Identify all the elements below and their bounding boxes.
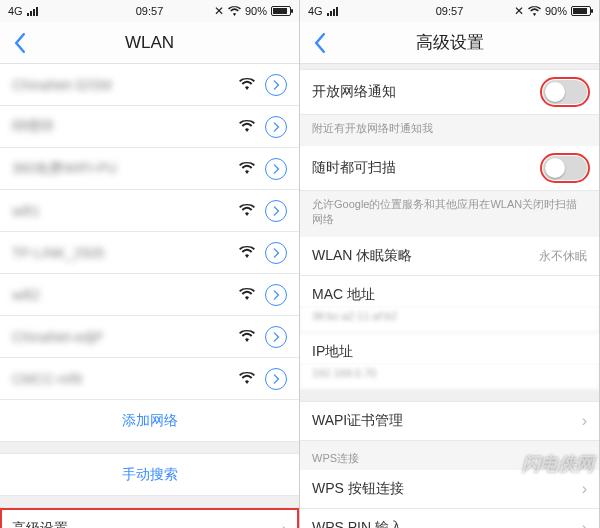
- wifi-signal-icon: [239, 202, 255, 220]
- chevron-left-icon: [13, 33, 27, 53]
- network-name: 360免费WIFI-PU: [12, 160, 239, 178]
- battery-icon: [571, 6, 591, 16]
- network-details-button[interactable]: [265, 116, 287, 138]
- wifi-signal-icon: [239, 76, 255, 94]
- row-label: MAC 地址: [312, 286, 587, 304]
- network-details-button[interactable]: [265, 200, 287, 222]
- page-title: WLAN: [0, 33, 299, 53]
- open-network-notify-row[interactable]: 开放网络通知: [300, 70, 599, 115]
- wlan-network-row[interactable]: wifi1: [0, 190, 299, 232]
- wps-button-row[interactable]: WPS 按钮连接 ›: [300, 470, 599, 509]
- row-label: 添加网络: [122, 412, 178, 430]
- network-details-button[interactable]: [265, 284, 287, 306]
- chevron-right-icon: ›: [582, 519, 587, 528]
- mac-address-value: 38:bc:a2:11:af:b2: [300, 306, 599, 333]
- chevron-right-icon: ›: [582, 480, 587, 498]
- nav-bar: 高级设置: [300, 22, 599, 64]
- status-bar: 4G 09:57 ✕ 90%: [0, 0, 299, 22]
- phone-wlan-list: 4G 09:57 ✕ 90% WLAN ChinaNet-32SM哔哩哔360免…: [0, 0, 300, 528]
- network-name: TP-LINK_2505: [12, 245, 239, 261]
- back-button[interactable]: [300, 22, 340, 64]
- signal-bars-icon: [27, 6, 38, 16]
- page-title: 高级设置: [300, 31, 599, 54]
- wlan-network-row[interactable]: CMCC-mf9: [0, 358, 299, 400]
- signal-bars-icon: [327, 6, 338, 16]
- wlan-network-row[interactable]: 哔哩哔: [0, 106, 299, 148]
- open-network-notify-toggle[interactable]: [543, 80, 587, 104]
- row-label: 开放网络通知: [312, 83, 543, 101]
- nav-bar: WLAN: [0, 22, 299, 64]
- row-label: 手动搜索: [122, 466, 178, 484]
- ip-address-row: IP地址: [300, 333, 599, 363]
- network-details-button[interactable]: [265, 368, 287, 390]
- manual-search-button[interactable]: 手动搜索: [0, 454, 299, 496]
- network-details-button[interactable]: [265, 158, 287, 180]
- wlan-network-row[interactable]: 360免费WIFI-PU: [0, 148, 299, 190]
- status-bar: 4G 09:57 ✕ 90%: [300, 0, 599, 22]
- mac-address-row: MAC 地址: [300, 276, 599, 306]
- row-label: WPS PIN 输入: [312, 519, 576, 528]
- chevron-right-icon: ›: [582, 412, 587, 430]
- scan-always-toggle[interactable]: [543, 156, 587, 180]
- wps-pin-row[interactable]: WPS PIN 输入 ›: [300, 509, 599, 528]
- ip-address-value: 192.168.0.70: [300, 363, 599, 390]
- wapi-cert-row[interactable]: WAPI证书管理 ›: [300, 402, 599, 441]
- wifi-icon: [228, 6, 241, 16]
- wifi-signal-icon: [239, 328, 255, 346]
- wifi-signal-icon: [239, 244, 255, 262]
- wifi-signal-icon: [239, 370, 255, 388]
- network-name: CMCC-mf9: [12, 371, 239, 387]
- battery-pct: 90%: [545, 5, 567, 17]
- wifi-signal-icon: [239, 118, 255, 136]
- mute-icon: ✕: [514, 4, 524, 18]
- phone-advanced-settings: 4G 09:57 ✕ 90% 高级设置 开放网络通知 附近有开放网络时通知我 随…: [300, 0, 600, 528]
- sleep-policy-value: 永不休眠: [539, 248, 587, 265]
- mute-icon: ✕: [214, 4, 224, 18]
- wlan-network-row[interactable]: ChinaNet-edjP: [0, 316, 299, 358]
- network-name: ChinaNet-edjP: [12, 329, 239, 345]
- back-button[interactable]: [0, 22, 40, 64]
- row-label: 高级设置: [12, 520, 282, 529]
- wlan-network-row[interactable]: wifi2: [0, 274, 299, 316]
- advanced-settings-button[interactable]: 高级设置›: [0, 508, 299, 528]
- battery-icon: [271, 6, 291, 16]
- wlan-network-row[interactable]: TP-LINK_2505: [0, 232, 299, 274]
- wlan-list: ChinaNet-32SM哔哩哔360免费WIFI-PUwifi1TP-LINK…: [0, 64, 299, 528]
- chevron-left-icon: [313, 33, 327, 53]
- network-name: wifi2: [12, 287, 239, 303]
- wifi-icon: [528, 6, 541, 16]
- row-label: WLAN 休眠策略: [312, 247, 539, 265]
- network-name: 哔哩哔: [12, 118, 239, 136]
- network-details-button[interactable]: [265, 242, 287, 264]
- scan-always-row[interactable]: 随时都可扫描: [300, 146, 599, 191]
- battery-pct: 90%: [245, 5, 267, 17]
- wps-section-header: WPS连接: [300, 441, 599, 470]
- add-network-button[interactable]: 添加网络: [0, 400, 299, 442]
- network-name: wifi1: [12, 203, 239, 219]
- network-details-button[interactable]: [265, 74, 287, 96]
- row-label: WPS 按钮连接: [312, 480, 576, 498]
- wifi-signal-icon: [239, 286, 255, 304]
- row-label: IP地址: [312, 343, 587, 361]
- chevron-right-icon: ›: [282, 520, 287, 529]
- open-network-notify-sub: 附近有开放网络时通知我: [300, 115, 599, 146]
- wifi-signal-icon: [239, 160, 255, 178]
- sleep-policy-row[interactable]: WLAN 休眠策略 永不休眠: [300, 237, 599, 276]
- network-label: 4G: [8, 5, 23, 17]
- network-label: 4G: [308, 5, 323, 17]
- network-details-button[interactable]: [265, 326, 287, 348]
- wlan-network-row[interactable]: ChinaNet-32SM: [0, 64, 299, 106]
- network-name: ChinaNet-32SM: [12, 77, 239, 93]
- scan-always-sub: 允许Google的位置服务和其他应用在WLAN关闭时扫描网络: [300, 191, 599, 237]
- row-label: 随时都可扫描: [312, 159, 543, 177]
- row-label: WAPI证书管理: [312, 412, 576, 430]
- settings-list: 开放网络通知 附近有开放网络时通知我 随时都可扫描 允许Google的位置服务和…: [300, 64, 599, 528]
